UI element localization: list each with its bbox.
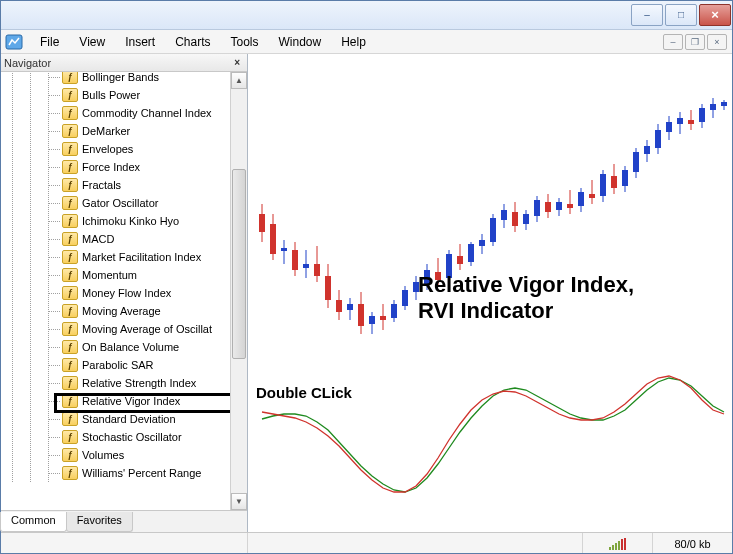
indicator-icon: ƒ xyxy=(62,88,78,102)
indicator-icon: ƒ xyxy=(62,232,78,246)
svg-rect-38 xyxy=(457,256,463,264)
svg-rect-6 xyxy=(281,248,287,251)
indicator-label: Gator Oscillator xyxy=(82,197,158,209)
tab-favorites[interactable]: Favorites xyxy=(66,512,133,532)
annotation-title: Relative Vigor Index, RVI Indicator xyxy=(418,272,634,325)
svg-rect-64 xyxy=(600,174,606,196)
menu-tools[interactable]: Tools xyxy=(221,32,269,52)
indicator-icon: ƒ xyxy=(62,340,78,354)
indicator-item[interactable]: ƒMACD xyxy=(0,230,230,248)
menu-file[interactable]: File xyxy=(30,32,69,52)
svg-rect-8 xyxy=(292,250,298,270)
indicator-item[interactable]: ƒParabolic SAR xyxy=(0,356,230,374)
indicator-item[interactable]: ƒVolumes xyxy=(0,446,230,464)
indicator-icon: ƒ xyxy=(62,394,78,408)
svg-rect-80 xyxy=(688,120,694,124)
window-minimize-button[interactable]: – xyxy=(631,4,663,26)
indicator-item[interactable]: ƒForce Index xyxy=(0,158,230,176)
indicator-item[interactable]: ƒEnvelopes xyxy=(0,140,230,158)
svg-rect-14 xyxy=(325,276,331,300)
indicator-item[interactable]: ƒStochastic Oscillator xyxy=(0,428,230,446)
doc-minimize-button[interactable]: – xyxy=(663,34,683,50)
app-icon xyxy=(4,32,24,52)
connection-indicator xyxy=(583,533,653,554)
navigator-header: Navigator × xyxy=(0,54,247,72)
window-close-button[interactable]: × xyxy=(699,4,731,26)
indicator-label: Commodity Channel Index xyxy=(82,107,212,119)
menu-view[interactable]: View xyxy=(69,32,115,52)
indicator-icon: ƒ xyxy=(62,358,78,372)
indicator-icon: ƒ xyxy=(62,448,78,462)
indicator-item[interactable]: ƒRelative Vigor Index xyxy=(0,392,230,410)
svg-rect-78 xyxy=(677,118,683,124)
svg-rect-42 xyxy=(479,240,485,246)
navigator-scrollbar[interactable]: ▲ ▼ xyxy=(230,72,247,510)
indicator-item[interactable]: ƒStandard Deviation xyxy=(0,410,230,428)
indicator-item[interactable]: ƒGator Oscillator xyxy=(0,194,230,212)
indicator-item[interactable]: ƒBollinger Bands xyxy=(0,72,230,86)
menu-help[interactable]: Help xyxy=(331,32,376,52)
doc-close-button[interactable]: × xyxy=(707,34,727,50)
indicator-item[interactable]: ƒMoving Average xyxy=(0,302,230,320)
indicator-item[interactable]: ƒCommodity Channel Index xyxy=(0,104,230,122)
svg-rect-82 xyxy=(699,108,705,122)
menu-window[interactable]: Window xyxy=(269,32,332,52)
indicator-icon: ƒ xyxy=(62,268,78,282)
svg-rect-22 xyxy=(369,316,375,324)
svg-rect-56 xyxy=(556,202,562,210)
svg-rect-84 xyxy=(710,104,716,110)
indicator-item[interactable]: ƒMomentum xyxy=(0,266,230,284)
indicator-icon: ƒ xyxy=(62,430,78,444)
svg-rect-58 xyxy=(567,204,573,208)
indicator-item[interactable]: ƒOn Balance Volume xyxy=(0,338,230,356)
scroll-down-button[interactable]: ▼ xyxy=(231,493,247,510)
chart-area[interactable]: Relative Vigor Index, RVI Indicator Doub… xyxy=(248,54,733,532)
scroll-up-button[interactable]: ▲ xyxy=(231,72,247,89)
indicator-item[interactable]: ƒMoney Flow Index xyxy=(0,284,230,302)
scroll-thumb[interactable] xyxy=(232,169,246,359)
svg-rect-52 xyxy=(534,200,540,216)
doc-restore-button[interactable]: ❐ xyxy=(685,34,705,50)
indicator-icon: ƒ xyxy=(62,160,78,174)
svg-rect-2 xyxy=(259,214,265,232)
svg-rect-44 xyxy=(490,218,496,242)
indicator-icon: ƒ xyxy=(62,106,78,120)
indicator-label: Bulls Power xyxy=(82,89,140,101)
svg-rect-12 xyxy=(314,264,320,276)
navigator-close-button[interactable]: × xyxy=(231,57,243,68)
indicator-item[interactable]: ƒIchimoku Kinko Hyo xyxy=(0,212,230,230)
indicator-item[interactable]: ƒMarket Facilitation Index xyxy=(0,248,230,266)
indicator-item[interactable]: ƒWilliams' Percent Range xyxy=(0,464,230,482)
tab-common[interactable]: Common xyxy=(0,512,67,532)
menu-bar: FileViewInsertChartsToolsWindowHelp – ❐ … xyxy=(0,30,733,54)
indicator-label: Momentum xyxy=(82,269,137,281)
indicator-label: Williams' Percent Range xyxy=(82,467,201,479)
window-maximize-button[interactable]: □ xyxy=(665,4,697,26)
svg-rect-62 xyxy=(589,194,595,198)
indicator-label: Stochastic Oscillator xyxy=(82,431,182,443)
annotation-double-click: Double CLick xyxy=(256,384,352,401)
svg-rect-48 xyxy=(512,212,518,226)
svg-rect-76 xyxy=(666,122,672,132)
indicator-item[interactable]: ƒRelative Strength Index xyxy=(0,374,230,392)
indicator-item[interactable]: ƒDeMarker xyxy=(0,122,230,140)
navigator-tree[interactable]: ƒBollinger BandsƒBulls PowerƒCommodity C… xyxy=(0,72,230,510)
indicator-label: Relative Strength Index xyxy=(82,377,196,389)
indicator-item[interactable]: ƒBulls Power xyxy=(0,86,230,104)
indicator-item[interactable]: ƒMoving Average of Oscillat xyxy=(0,320,230,338)
svg-rect-10 xyxy=(303,264,309,268)
indicator-label: On Balance Volume xyxy=(82,341,179,353)
indicator-icon: ƒ xyxy=(62,72,78,84)
svg-rect-72 xyxy=(644,146,650,154)
menu-insert[interactable]: Insert xyxy=(115,32,165,52)
indicator-item[interactable]: ƒFractals xyxy=(0,176,230,194)
navigator-panel: Navigator × ƒBollinger BandsƒBulls Power… xyxy=(0,54,248,532)
svg-rect-40 xyxy=(468,244,474,262)
indicator-icon: ƒ xyxy=(62,376,78,390)
menu-charts[interactable]: Charts xyxy=(165,32,220,52)
indicator-icon: ƒ xyxy=(62,466,78,480)
indicator-label: Moving Average of Oscillat xyxy=(82,323,212,335)
indicator-label: Relative Vigor Index xyxy=(82,395,180,407)
svg-rect-60 xyxy=(578,192,584,206)
indicator-label: MACD xyxy=(82,233,114,245)
